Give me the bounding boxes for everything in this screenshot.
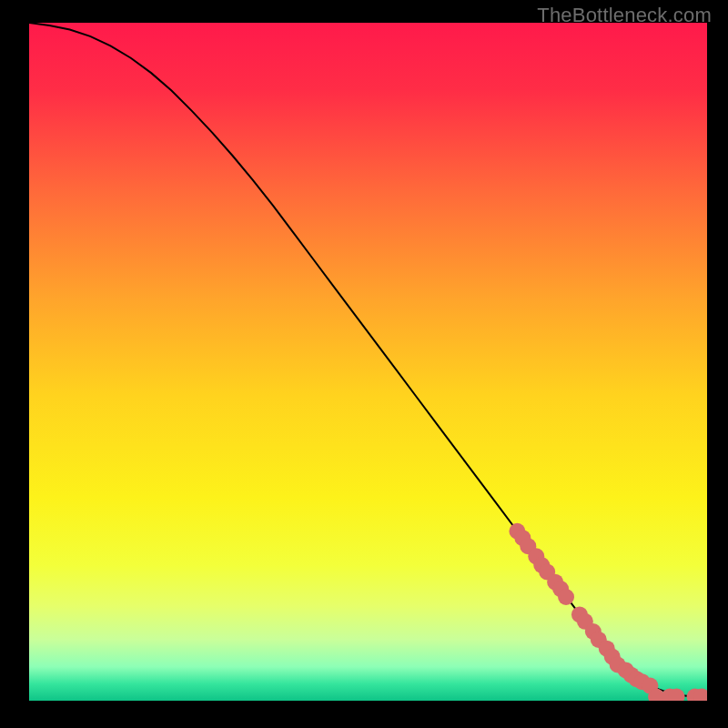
data-marker [558,589,574,605]
chart-stage: TheBottleneck.com [0,0,728,728]
chart-background [29,23,707,701]
watermark-text: TheBottleneck.com [537,4,712,27]
chart-svg [29,23,707,701]
plot-area [29,23,707,701]
